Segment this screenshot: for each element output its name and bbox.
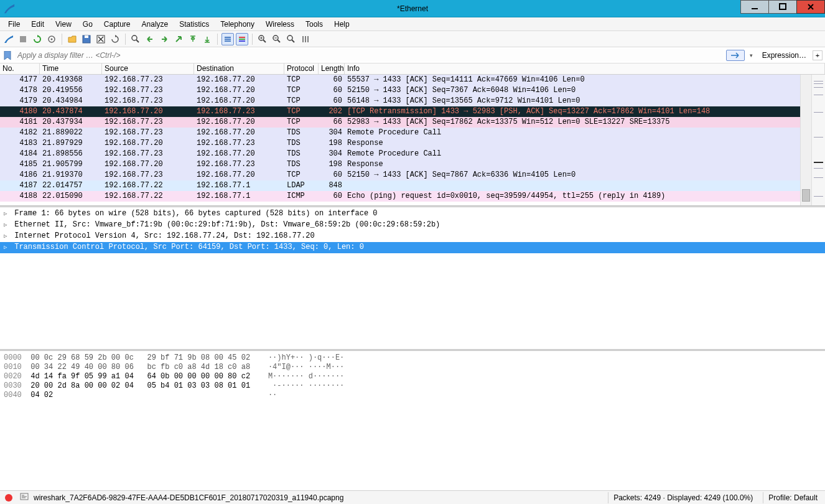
menu-view[interactable]: View <box>50 18 77 30</box>
titlebar: *Ethernet <box>0 0 825 17</box>
expand-icon[interactable]: ▷ <box>4 243 10 253</box>
packet-list-header: No. Time Source Destination Protocol Len… <box>0 63 825 75</box>
col-header-length[interactable]: Length <box>319 63 345 74</box>
svg-line-23 <box>292 40 294 42</box>
packet-row[interactable]: 417920.434984192.168.77.23192.168.77.20T… <box>0 96 800 106</box>
hex-line[interactable]: 0030 20 00 2d 8a 00 00 02 04 05 b4 01 03… <box>4 381 821 391</box>
expand-icon[interactable]: ▷ <box>4 231 10 242</box>
back-icon[interactable] <box>144 33 156 45</box>
capture-file-label: wireshark_7A2F6AD6-9829-47FE-AAA4-DE5DB1… <box>34 493 343 502</box>
svg-rect-15 <box>239 37 245 38</box>
menubar: File Edit View Go Capture Analyze Statis… <box>0 17 825 31</box>
detail-node[interactable]: ▷ Frame 1: 66 bytes on wire (528 bits), … <box>0 208 825 220</box>
packet-list-scrollbar[interactable] <box>800 75 811 205</box>
packet-list[interactable]: 417720.419368192.168.77.23192.168.77.20T… <box>0 75 800 205</box>
menu-edit[interactable]: Edit <box>26 18 50 30</box>
packet-row[interactable]: 418120.437934192.168.77.23192.168.77.20T… <box>0 117 800 128</box>
first-icon[interactable] <box>187 33 199 45</box>
goto-icon[interactable] <box>172 33 185 45</box>
zoom-in-icon[interactable] <box>256 33 269 45</box>
open-icon[interactable] <box>66 33 78 45</box>
svg-rect-17 <box>239 40 245 42</box>
packet-row[interactable]: 417820.419556192.168.77.23192.168.77.20T… <box>0 85 800 96</box>
display-filter-input[interactable] <box>15 49 724 62</box>
colorize-icon[interactable] <box>236 33 248 45</box>
statusbar: wireshark_7A2F6AD6-9829-47FE-AAA4-DE5DB1… <box>0 490 825 504</box>
expand-icon[interactable]: ▷ <box>4 209 10 220</box>
menu-help[interactable]: Help <box>329 18 355 30</box>
packet-bytes[interactable]: 0000 00 0c 29 68 59 2b 00 0c 29 bf 71 9b… <box>0 351 825 493</box>
find-icon[interactable] <box>129 33 142 45</box>
detail-node[interactable]: ▷ Ethernet II, Src: Vmware_bf:71:9b (00:… <box>0 220 825 231</box>
toolbar <box>0 31 825 47</box>
filter-bar: ▾ Expression… + <box>0 47 825 63</box>
menu-tools[interactable]: Tools <box>300 18 329 30</box>
packet-list-container: 417720.419368192.168.77.23192.168.77.20T… <box>0 75 825 205</box>
svg-line-21 <box>277 40 280 42</box>
packet-row[interactable]: 418321.897929192.168.77.20192.168.77.23T… <box>0 138 800 149</box>
close-file-icon[interactable] <box>95 33 107 45</box>
menu-wireless[interactable]: Wireless <box>260 18 300 30</box>
expand-icon[interactable]: ▷ <box>4 220 10 231</box>
window-title: *Ethernet <box>397 4 428 13</box>
bookmark-icon[interactable] <box>2 50 12 60</box>
col-header-destination[interactable]: Destination <box>194 63 284 74</box>
save-icon[interactable] <box>80 33 93 45</box>
packet-row[interactable]: 418020.437874192.168.77.20192.168.77.23T… <box>0 106 800 117</box>
packet-row[interactable]: 418722.014757192.168.77.22192.168.77.1LD… <box>0 180 800 191</box>
last-icon[interactable] <box>201 33 213 45</box>
autoscroll-icon[interactable] <box>221 33 234 45</box>
close-button[interactable] <box>796 0 825 14</box>
hex-line[interactable]: 0040 04 02 ·· <box>4 391 821 400</box>
col-header-info[interactable]: Info <box>345 63 825 74</box>
hex-line[interactable]: 0020 4d 14 fa 9f 05 99 a1 04 64 0b 00 00… <box>4 372 821 381</box>
packet-row[interactable]: 418221.889022192.168.77.23192.168.77.20T… <box>0 128 800 138</box>
zoom-reset-icon[interactable] <box>285 33 297 45</box>
reload-icon[interactable] <box>109 33 121 45</box>
menu-go[interactable]: Go <box>77 18 98 30</box>
profile-label[interactable]: Profile: Default <box>763 492 823 503</box>
svg-rect-0 <box>752 8 758 9</box>
menu-analyze[interactable]: Analyze <box>136 18 174 30</box>
maximize-button[interactable] <box>768 0 797 14</box>
packet-details[interactable]: ▷ Frame 1: 66 bytes on wire (528 bits), … <box>0 207 825 349</box>
col-header-time[interactable]: Time <box>40 63 102 74</box>
col-header-number[interactable]: No. <box>0 63 40 74</box>
packet-row[interactable]: 418421.898556192.168.77.23192.168.77.20T… <box>0 149 800 159</box>
detail-node[interactable]: ▷ Transmission Control Protocol, Src Por… <box>0 242 825 253</box>
svg-rect-13 <box>225 39 231 40</box>
detail-node[interactable]: ▷ Internet Protocol Version 4, Src: 192.… <box>0 231 825 242</box>
packet-row[interactable]: 418621.919370192.168.77.23192.168.77.20T… <box>0 170 800 180</box>
capture-props-icon[interactable] <box>20 492 29 503</box>
packet-row[interactable]: 418822.015090192.168.77.22192.168.77.1IC… <box>0 191 800 202</box>
hex-line[interactable]: 0010 00 34 22 49 40 00 80 06 bc fb c0 a8… <box>4 363 821 372</box>
expression-button[interactable]: Expression… <box>758 51 810 60</box>
packet-row[interactable]: 417720.419368192.168.77.23192.168.77.20T… <box>0 75 800 85</box>
packet-row[interactable]: 418521.905799192.168.77.20192.168.77.23T… <box>0 159 800 170</box>
filter-history-dropdown[interactable]: ▾ <box>747 52 756 58</box>
expert-info-icon[interactable] <box>5 494 12 502</box>
stop-icon[interactable] <box>17 33 29 45</box>
col-header-protocol[interactable]: Protocol <box>284 63 319 74</box>
menu-capture[interactable]: Capture <box>98 18 136 30</box>
hex-line[interactable]: 0000 00 0c 29 68 59 2b 00 0c 29 bf 71 9b… <box>4 353 821 363</box>
restart-icon[interactable] <box>31 33 44 45</box>
shark-fin-icon[interactable] <box>2 33 15 45</box>
packet-minimap[interactable] <box>811 75 825 205</box>
minimize-button[interactable] <box>740 0 769 14</box>
packet-counts: Packets: 4249 · Displayed: 4249 (100.0%) <box>608 492 758 503</box>
menu-statistics[interactable]: Statistics <box>174 18 215 30</box>
svg-point-8 <box>132 35 137 40</box>
menu-telephony[interactable]: Telephony <box>215 18 260 30</box>
add-filter-button[interactable]: + <box>813 50 823 60</box>
svg-point-4 <box>51 38 53 40</box>
app-icon <box>4 3 15 14</box>
col-header-source[interactable]: Source <box>102 63 194 74</box>
resize-columns-icon[interactable] <box>299 33 312 45</box>
menu-file[interactable]: File <box>2 18 26 30</box>
forward-icon[interactable] <box>158 33 170 45</box>
options-icon[interactable] <box>45 33 58 45</box>
apply-filter-button[interactable] <box>726 50 745 61</box>
svg-rect-2 <box>20 36 26 42</box>
zoom-out-icon[interactable] <box>271 33 283 45</box>
